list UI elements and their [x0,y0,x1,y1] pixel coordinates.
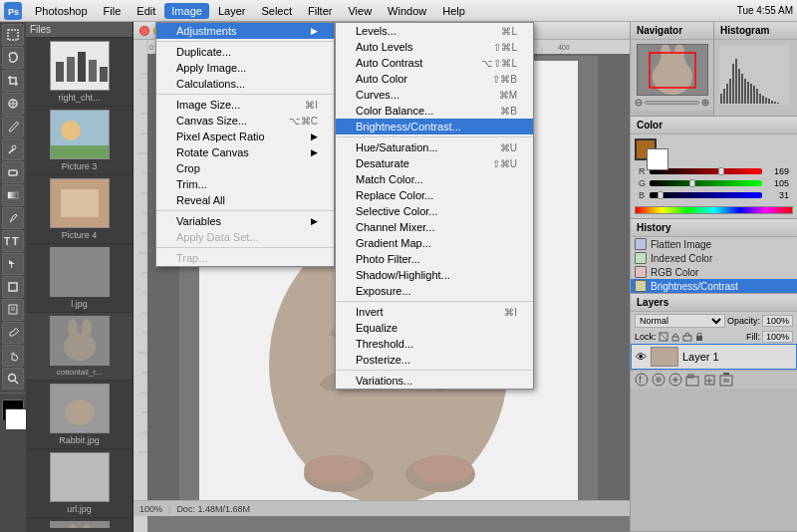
color-panel-header[interactable]: Color [631,117,797,134]
navigator-panel-header[interactable]: Navigator [631,22,713,40]
menu-item-rotate-canvas[interactable]: Rotate Canvas ▶ [156,144,334,160]
file-item-rabbit-jpg[interactable]: Rabbit.jpg [26,381,133,449]
tool-eraser[interactable] [2,161,24,183]
adj-equalize[interactable]: Equalize [336,320,533,336]
menu-item-crop[interactable]: Crop [156,160,334,176]
adj-photo-filter[interactable]: Photo Filter... [336,251,533,267]
new-group-button[interactable] [685,373,699,387]
background-swatch[interactable] [647,148,668,170]
adj-brightness-contrast[interactable]: Brightness/Contrast... [336,119,533,134]
adj-auto-levels[interactable]: Auto Levels ⇧⌘L [336,39,533,55]
adj-channel-mixer[interactable]: Channel Mixer... [336,219,533,235]
file-item-pic3[interactable]: Picture 3 [26,107,133,175]
new-adjustment-button[interactable] [668,373,682,387]
tool-marquee[interactable] [2,24,24,46]
color-r-slider[interactable] [650,168,762,174]
delete-layer-button[interactable] [719,373,733,387]
add-mask-button[interactable] [652,373,665,387]
lock-transparent-icon[interactable] [659,332,668,342]
adj-posterize[interactable]: Posterize... [336,352,533,368]
history-panel-header[interactable]: History [631,219,797,237]
color-b-slider[interactable] [650,192,762,198]
adj-color-balance[interactable]: Color Balance... ⌘B [336,103,533,119]
tool-crop[interactable] [2,70,24,92]
tool-healing[interactable] [2,93,24,115]
tool-hand[interactable] [2,345,24,367]
lock-image-icon[interactable] [682,332,692,342]
layers-panel-header[interactable]: Layers [631,294,797,312]
nav-zoom-slider[interactable] [645,101,699,105]
history-item-flatten[interactable]: Flatten Image [631,237,797,251]
lock-all-icon[interactable] [694,332,704,342]
adj-auto-contrast[interactable]: Auto Contrast ⌥⇧⌘L [336,55,533,71]
menu-item-image-size[interactable]: Image Size... ⌘I [156,97,334,113]
adj-threshold[interactable]: Threshold... [336,336,533,352]
file-item-pic4[interactable]: Picture 4 [26,175,133,244]
tool-eyedropper[interactable] [2,322,24,344]
adj-selective-color[interactable]: Selective Color... [336,203,533,219]
opacity-value[interactable]: 100% [762,315,793,327]
file-item-url[interactable]: url.jpg [26,449,133,518]
histogram-panel-header[interactable]: Histogram [714,22,797,40]
fill-value[interactable]: 100% [762,331,793,343]
close-btn[interactable] [139,26,149,36]
menu-photoshop[interactable]: Photoshop [28,3,95,19]
adj-invert[interactable]: Invert ⌘I [336,304,533,320]
blend-mode-select[interactable]: Normal [635,314,725,328]
menu-item-canvas-size[interactable]: Canvas Size... ⌥⌘C [156,113,334,129]
add-style-button[interactable]: f [635,373,649,387]
tool-pen[interactable] [2,207,24,229]
history-item-brightness[interactable]: Brightness/Contrast [631,279,797,293]
new-layer-button[interactable] [702,373,716,387]
file-item-rabbit[interactable]: cottontail_r... [26,313,133,381]
menu-layer[interactable]: Layer [211,3,253,19]
menu-item-apply-image[interactable]: Apply Image... [156,60,334,76]
adj-desaturate[interactable]: Desaturate ⇧⌘U [336,155,533,171]
tool-background-color[interactable] [5,408,27,430]
color-spectrum[interactable] [635,206,793,214]
lock-position-icon[interactable] [670,332,680,342]
tool-notes[interactable] [2,299,24,321]
tool-gradient[interactable] [2,184,24,206]
menu-item-pixel-aspect[interactable]: Pixel Aspect Ratio ▶ [156,129,334,144]
tool-zoom[interactable] [2,368,24,390]
adj-levels[interactable]: Levels... ⌘L [336,23,533,39]
tool-brush[interactable] [2,116,24,137]
file-item-aa-psd[interactable]: aa.psd [26,518,133,528]
menu-select[interactable]: Select [254,3,299,19]
adj-gradient-map[interactable]: Gradient Map... [336,235,533,251]
adj-shadow-highlight[interactable]: Shadow/Highlight... [336,267,533,283]
adj-hue-saturation[interactable]: Hue/Saturation... ⌘U [336,139,533,155]
tool-text[interactable]: T T [2,230,24,252]
menu-item-trim[interactable]: Trim... [156,176,334,192]
file-item-ljpg[interactable]: l.jpg [26,244,133,313]
menu-image[interactable]: Image [164,3,209,19]
menu-item-duplicate[interactable]: Duplicate... [156,44,334,60]
adj-variations[interactable]: Variations... [336,373,533,389]
history-item-indexed[interactable]: Indexed Color [631,251,797,265]
menu-item-calculations[interactable]: Calculations... [156,76,334,92]
tool-stamp[interactable] [2,138,24,160]
menu-item-variables[interactable]: Variables ▶ [156,213,334,229]
tool-shape[interactable] [2,276,24,298]
history-item-rgb[interactable]: RGB Color [631,265,797,279]
menu-window[interactable]: Window [381,3,433,19]
tool-lasso[interactable] [2,47,24,69]
file-item-chart[interactable]: right_cht... [26,38,133,107]
menu-view[interactable]: View [341,3,379,19]
adj-match-color[interactable]: Match Color... [336,171,533,187]
adj-auto-color[interactable]: Auto Color ⇧⌘B [336,71,533,87]
menu-file[interactable]: File [97,3,129,19]
adj-curves[interactable]: Curves... ⌘M [336,87,533,103]
menu-item-reveal-all[interactable]: Reveal All [156,192,334,208]
menu-help[interactable]: Help [435,3,472,19]
menu-filter[interactable]: Filter [301,3,339,19]
tool-path-select[interactable] [2,253,24,275]
adj-replace-color[interactable]: Replace Color... [336,187,533,203]
layer-eye-icon[interactable]: 👁 [636,351,647,363]
menu-edit[interactable]: Edit [130,3,162,19]
adj-exposure[interactable]: Exposure... [336,283,533,299]
menu-item-adjustments[interactable]: Adjustments ▶ [156,23,334,39]
layer-item-1[interactable]: 👁 Layer 1 [631,344,797,370]
color-g-slider[interactable] [650,180,762,186]
